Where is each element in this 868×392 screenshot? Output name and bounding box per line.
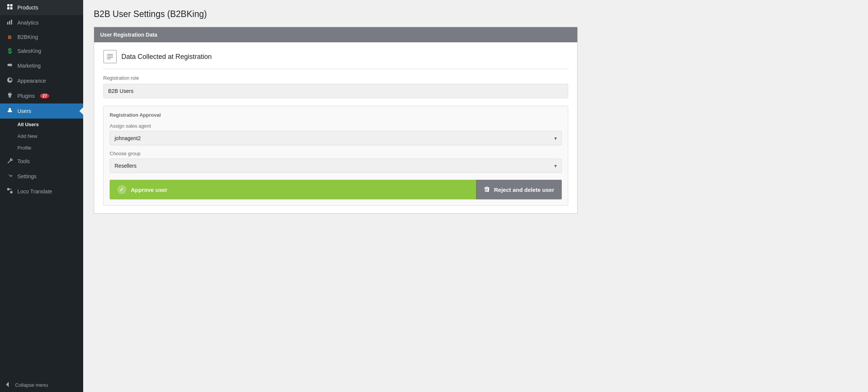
sidebar-item-plugins[interactable]: Plugins 27 xyxy=(0,88,83,103)
svg-rect-12 xyxy=(107,56,113,56)
section-icon xyxy=(103,50,117,63)
approval-title: Registration Approval xyxy=(110,112,562,118)
choose-group-select[interactable]: Resellers ▾ xyxy=(110,159,562,173)
marketing-icon xyxy=(6,62,14,69)
choose-group-field: Choose group Resellers ▾ xyxy=(110,151,562,173)
sidebar-item-appearance[interactable]: Appearance xyxy=(0,73,83,88)
settings-icon xyxy=(6,173,14,180)
sidebar-item-salesking[interactable]: 💲 SalesKing xyxy=(0,44,83,58)
registration-role-value: B2B Users xyxy=(103,84,568,98)
all-users-label: All Users xyxy=(17,122,39,127)
sidebar-subitem-profile[interactable]: Profile xyxy=(0,142,83,154)
sidebar-subitem-add-new[interactable]: Add New xyxy=(0,130,83,142)
analytics-icon xyxy=(6,19,14,26)
sidebar-item-settings[interactable]: Settings xyxy=(0,169,83,184)
trash-icon xyxy=(484,186,490,194)
approve-button-label: Approve user xyxy=(131,187,167,193)
profile-label: Profile xyxy=(17,145,31,151)
svg-rect-13 xyxy=(107,57,113,58)
salesking-icon: 💲 xyxy=(6,48,14,54)
settings-card: User Registration Data Data Collected at… xyxy=(94,27,578,214)
sidebar-label-tools: Tools xyxy=(17,158,30,164)
choose-group-label: Choose group xyxy=(110,151,562,156)
loco-translate-icon xyxy=(6,188,14,195)
card-body: Data Collected at Registration Registrat… xyxy=(94,42,577,213)
svg-rect-4 xyxy=(7,22,8,25)
svg-rect-11 xyxy=(107,54,113,55)
sidebar-item-b2bking[interactable]: B B2BKing xyxy=(0,30,83,44)
choose-group-chevron-icon: ▾ xyxy=(554,163,557,169)
assign-agent-label: Assign sales agent xyxy=(110,123,562,129)
users-icon xyxy=(6,107,14,115)
svg-rect-0 xyxy=(7,4,9,6)
svg-rect-3 xyxy=(10,7,12,9)
products-icon xyxy=(6,4,14,11)
svg-rect-9 xyxy=(10,191,12,193)
sidebar-label-salesking: SalesKing xyxy=(17,48,41,54)
collapse-menu-label: Collapse menu xyxy=(15,382,48,388)
sidebar-label-users: Users xyxy=(17,108,31,114)
sidebar-item-products[interactable]: Products xyxy=(0,0,83,15)
approval-section: Registration Approval Assign sales agent… xyxy=(103,106,568,206)
section-title-text: Data Collected at Registration xyxy=(121,53,212,61)
plugins-badge: 27 xyxy=(40,93,49,99)
sidebar-label-products: Products xyxy=(17,5,38,11)
reject-user-button[interactable]: Reject and delete user xyxy=(476,180,562,199)
registration-role-label: Registration role xyxy=(103,75,568,81)
svg-rect-6 xyxy=(11,20,12,25)
sidebar-item-tools[interactable]: Tools xyxy=(0,154,83,169)
page-title: B2B User Settings (B2BKing) xyxy=(94,9,857,19)
assign-agent-value: johnagent2 xyxy=(115,135,141,141)
approve-check-icon: ✓ xyxy=(117,185,126,194)
add-new-label: Add New xyxy=(17,133,37,139)
card-header: User Registration Data xyxy=(94,27,577,42)
sidebar-item-loco-translate[interactable]: Loco Translate xyxy=(0,184,83,199)
svg-rect-1 xyxy=(10,4,12,6)
sidebar-item-users[interactable]: Users xyxy=(0,103,83,119)
sidebar-label-b2bking: B2BKing xyxy=(17,34,38,40)
svg-rect-14 xyxy=(107,59,111,59)
section-title: Data Collected at Registration xyxy=(103,50,568,69)
collapse-icon xyxy=(6,382,11,388)
main-content: B2B User Settings (B2BKing) User Registr… xyxy=(83,0,868,392)
assign-agent-field: Assign sales agent johnagent2 ▾ xyxy=(110,123,562,145)
b2bking-icon: B xyxy=(6,34,14,40)
sidebar-label-appearance: Appearance xyxy=(17,78,46,84)
sidebar-item-marketing[interactable]: Marketing xyxy=(0,58,83,73)
tools-icon xyxy=(6,157,14,165)
svg-rect-5 xyxy=(9,21,10,25)
reject-button-label: Reject and delete user xyxy=(494,187,554,193)
assign-agent-select[interactable]: johnagent2 ▾ xyxy=(110,131,562,145)
sidebar-submenu-users: All Users Add New Profile xyxy=(0,119,83,154)
svg-rect-2 xyxy=(7,7,9,9)
sidebar-label-analytics: Analytics xyxy=(17,20,39,26)
plugins-icon xyxy=(6,92,14,100)
collapse-menu-button[interactable]: Collapse menu xyxy=(0,378,83,392)
appearance-icon xyxy=(6,77,14,85)
sidebar-label-plugins: Plugins xyxy=(17,93,35,99)
sidebar: Products Analytics B B2BKing 💲 SalesKing… xyxy=(0,0,83,392)
approve-user-button[interactable]: ✓ Approve user xyxy=(110,180,476,199)
sidebar-label-loco-translate: Loco Translate xyxy=(17,188,52,194)
action-buttons: ✓ Approve user Reject and delete user xyxy=(110,180,562,199)
choose-group-value: Resellers xyxy=(115,163,136,169)
sidebar-subitem-all-users[interactable]: All Users xyxy=(0,119,83,130)
registration-role-field: Registration role B2B Users xyxy=(103,75,568,98)
sidebar-label-settings: Settings xyxy=(17,173,37,179)
sidebar-item-analytics[interactable]: Analytics xyxy=(0,15,83,30)
sidebar-label-marketing: Marketing xyxy=(17,63,40,69)
assign-agent-chevron-icon: ▾ xyxy=(554,135,557,141)
